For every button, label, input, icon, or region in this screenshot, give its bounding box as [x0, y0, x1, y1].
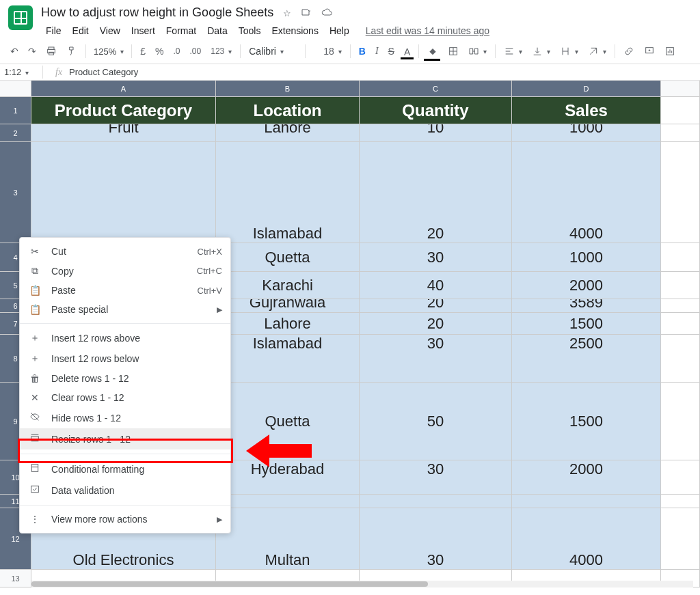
menu-data[interactable]: Data: [202, 23, 232, 39]
menu-file[interactable]: File: [41, 23, 66, 39]
cell-B2[interactable]: Lahore: [216, 124, 360, 141]
cell-B5[interactable]: Karachi: [216, 272, 360, 299]
cell-B7[interactable]: Lahore: [216, 313, 360, 334]
cell-D1[interactable]: Sales: [512, 97, 661, 124]
strikethrough-button[interactable]: S: [385, 43, 398, 59]
cell-E3[interactable]: [661, 142, 700, 243]
cell-D10[interactable]: 2000: [512, 460, 661, 494]
context-delete-rows[interactable]: 🗑 Delete rows 1 - 12: [20, 369, 230, 388]
menu-insert[interactable]: Insert: [126, 23, 160, 39]
last-edit-link[interactable]: Last edit was 14 minutes ago: [361, 23, 494, 39]
document-title[interactable]: How to adjust row height in Google Sheet…: [41, 5, 273, 19]
cloud-status-icon[interactable]: [321, 7, 332, 20]
cell-B11[interactable]: [216, 495, 360, 508]
cell-A2[interactable]: Fruit: [31, 124, 216, 141]
menu-format[interactable]: Format: [161, 23, 201, 39]
cell-C11[interactable]: [360, 495, 512, 508]
cell-B3[interactable]: Islamabad: [216, 142, 360, 243]
paint-format-button[interactable]: [63, 43, 81, 59]
font-select[interactable]: Calibri: [245, 43, 300, 59]
cell-D6[interactable]: 3589: [512, 299, 661, 312]
row-header-2[interactable]: 2: [0, 124, 31, 141]
sheets-app-icon[interactable]: [8, 5, 33, 30]
wrap-button[interactable]: [556, 43, 582, 59]
menu-help[interactable]: Help: [325, 23, 354, 39]
context-insert-below[interactable]: ＋ Insert 12 rows below: [20, 348, 230, 369]
cell-D7[interactable]: 1500: [512, 313, 661, 334]
text-color-button[interactable]: A: [401, 44, 414, 59]
cell-D9[interactable]: 1500: [512, 383, 661, 460]
row-header-13[interactable]: 13: [0, 570, 31, 587]
context-more-row-actions[interactable]: ⋮ View more row actions ▶: [20, 510, 230, 529]
cell-E9[interactable]: [661, 383, 700, 460]
cell-C7[interactable]: 20: [360, 313, 512, 334]
cell-E1[interactable]: [661, 97, 700, 124]
horizontal-scrollbar[interactable]: [31, 581, 693, 587]
cell-E12[interactable]: [661, 508, 700, 569]
cell-E7[interactable]: [661, 313, 700, 334]
formula-input[interactable]: Product Category: [69, 67, 138, 77]
context-insert-above[interactable]: ＋ Insert 12 rows above: [20, 328, 230, 348]
valign-button[interactable]: [528, 43, 554, 59]
menu-extensions[interactable]: Extensions: [267, 23, 323, 39]
borders-button[interactable]: [444, 43, 462, 59]
cell-D12[interactable]: 4000: [512, 508, 661, 569]
context-paste-special[interactable]: 📋 Paste special ▶: [20, 300, 230, 319]
column-header-C[interactable]: C: [360, 81, 512, 96]
cell-E10[interactable]: [661, 460, 700, 494]
cell-C12[interactable]: 30: [360, 508, 512, 569]
font-size-input[interactable]: 18: [320, 43, 345, 59]
cell-C5[interactable]: 40: [360, 272, 512, 299]
context-hide-rows[interactable]: Hide rows 1 - 12: [20, 407, 230, 428]
cell-C3[interactable]: 20: [360, 142, 512, 243]
cell-D5[interactable]: 2000: [512, 272, 661, 299]
cell-B1[interactable]: Location: [216, 97, 360, 124]
cell-E6[interactable]: [661, 299, 700, 312]
cell-D4[interactable]: 1000: [512, 243, 661, 271]
context-cut[interactable]: ✂ Cut Ctrl+X: [20, 242, 230, 261]
comment-button[interactable]: [641, 43, 658, 59]
cell-D8[interactable]: 2500: [512, 335, 661, 382]
increase-decimal-button[interactable]: .00: [187, 44, 205, 59]
currency-button[interactable]: £: [137, 43, 149, 59]
menu-tools[interactable]: Tools: [234, 23, 266, 39]
column-header-B[interactable]: B: [216, 81, 360, 96]
cell-C10[interactable]: 30: [360, 460, 512, 494]
menu-view[interactable]: View: [95, 23, 125, 39]
italic-button[interactable]: I: [372, 43, 382, 59]
context-resize-rows[interactable]: Resize rows 1 - 12: [20, 428, 230, 449]
rotate-button[interactable]: [584, 43, 610, 59]
cell-E11[interactable]: [661, 495, 700, 508]
column-header-D[interactable]: D: [512, 81, 661, 96]
row-header-3[interactable]: 3: [0, 142, 31, 243]
column-header-A[interactable]: A: [31, 81, 216, 96]
undo-button[interactable]: ↶: [7, 43, 22, 59]
cell-C2[interactable]: 10: [360, 124, 512, 141]
cell-E8[interactable]: [661, 335, 700, 382]
fill-color-button[interactable]: [424, 43, 442, 59]
menu-edit[interactable]: Edit: [68, 23, 94, 39]
percent-button[interactable]: %: [152, 43, 167, 59]
cell-C4[interactable]: 30: [360, 243, 512, 271]
cell-E5[interactable]: [661, 272, 700, 299]
cell-D11[interactable]: [512, 495, 661, 508]
zoom-select[interactable]: 125%: [91, 45, 126, 58]
halign-button[interactable]: [500, 43, 526, 59]
cell-C9[interactable]: 50: [360, 383, 512, 460]
cell-E4[interactable]: [661, 243, 700, 271]
cell-E2[interactable]: [661, 124, 700, 141]
cell-B12[interactable]: Multan: [216, 508, 360, 569]
cell-B10[interactable]: Hyderabad: [216, 460, 360, 494]
row-header-1[interactable]: 1: [0, 97, 31, 124]
cell-B8[interactable]: Islamabad: [216, 335, 360, 382]
move-icon[interactable]: [301, 7, 312, 20]
context-data-validation[interactable]: Data validation: [20, 480, 230, 501]
font-size-decrease[interactable]: [310, 49, 317, 54]
cell-B4[interactable]: Quetta: [216, 243, 360, 271]
number-format-select[interactable]: 123: [207, 44, 235, 59]
decrease-decimal-button[interactable]: .0: [170, 44, 184, 59]
column-header-E[interactable]: [661, 81, 700, 96]
cell-C8[interactable]: 30: [360, 335, 512, 382]
print-button[interactable]: [42, 43, 60, 59]
cell-D2[interactable]: 1000: [512, 124, 661, 141]
